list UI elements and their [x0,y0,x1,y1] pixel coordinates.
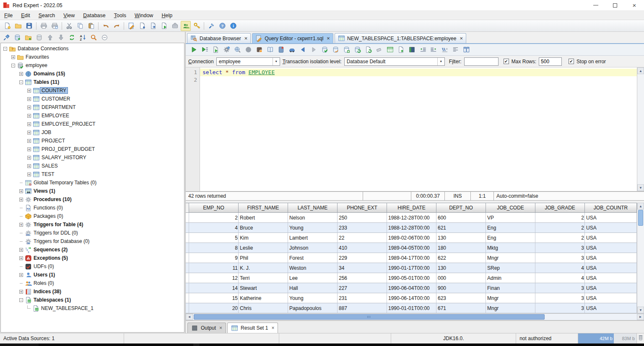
cell-first-name[interactable]: Leslie [239,243,288,253]
column-header-dept-no[interactable]: DEPT_NO [436,203,486,213]
scrollbar-thumb[interactable] [638,210,643,226]
cell-job-countr[interactable]: USA [585,223,637,233]
tree-expander-icon[interactable]: - [19,80,23,84]
sql-editor[interactable]: 12 select * from EMPLOYEE ▲ ▼ [186,67,644,191]
copy-button[interactable] [75,21,85,31]
column-header-job-code[interactable]: JOB_CODE [486,203,535,213]
column-header-hire-date[interactable]: HIRE_DATE [387,203,436,213]
cell-job-grade[interactable]: 4 [535,273,585,283]
cell-last-name[interactable]: Young [288,293,338,303]
stop-on-error-checkbox[interactable]: ✔ [569,59,574,64]
tree-expander-icon[interactable]: + [19,290,23,294]
tree-item-tablespaces-1[interactable]: -Tablespaces (1) [1,296,184,304]
cell-emp-no[interactable]: 14 [189,283,239,293]
query-analyzer-button[interactable] [232,45,242,55]
close-icon[interactable]: × [460,36,463,41]
cell-hire-date[interactable]: 1990-01-17T00:00 [387,263,436,273]
tree-item-job[interactable]: +JOB [1,128,184,137]
cell-dept-no[interactable]: 671 [436,303,486,313]
sql-code-area[interactable]: select * from EMPLOYEE [200,67,637,191]
cell-phone-ext[interactable]: 227 [338,283,387,293]
new-connection-button[interactable] [12,32,22,42]
tree-item-triggers-for-ddl-0[interactable]: DDLTriggers for DDL (0) [1,229,184,237]
cell-dept-no[interactable]: 130 [436,263,486,273]
cell-job-grade[interactable]: 2 [535,223,585,233]
export-results-button[interactable] [396,45,406,55]
close-icon[interactable]: × [219,325,222,331]
open-file-button[interactable] [13,21,23,31]
column-header-job-countr[interactable]: JOB_COUNTR [585,203,637,213]
maximize-button[interactable] [605,0,625,10]
edit-sql-button[interactable] [126,21,136,31]
cell-first-name[interactable]: Terri [239,273,288,283]
format-sql-button[interactable] [450,45,460,55]
close-icon[interactable]: × [244,36,248,41]
tree-expander-icon[interactable]: + [27,106,31,109]
scroll-right-icon[interactable]: ► [637,314,644,320]
execute-script-button[interactable] [159,21,169,31]
cell-last-name[interactable]: Papadopoulos [288,303,338,313]
cell-job-grade[interactable]: 4 [535,263,585,273]
move-down-button[interactable] [56,32,66,42]
tree-item-new-tablespace-1[interactable]: NEW_TABLESPACE_1 [1,304,184,312]
toggle-results-pane-button[interactable] [407,45,417,55]
tab-output[interactable]: Output× [187,323,226,333]
column-header-last-name[interactable]: LAST_NAME [288,203,338,213]
execute-in-profiler-button[interactable] [210,45,221,55]
tree-expander-icon[interactable]: + [19,72,23,76]
tree-item-sales[interactable]: +SALES [1,162,184,170]
bookmarks-button[interactable] [276,45,286,55]
cell-dept-no[interactable]: 130 [436,233,486,243]
packages-toolbox-button[interactable] [170,21,180,31]
redo-button[interactable] [112,21,122,31]
clear-editor-button[interactable] [374,45,384,55]
tree-item-proj-dept-budget[interactable]: +PROJ_DEPT_BUDGET [1,145,184,153]
menu-file[interactable]: File [0,12,17,19]
tree-expander-icon[interactable]: + [11,55,15,59]
tree-expander-icon[interactable]: - [19,298,23,302]
tree-item-packages-0[interactable]: Packages (0) [1,212,184,220]
cell-hire-date[interactable]: 1989-04-17T00:00 [387,253,436,263]
menu-search[interactable]: Search [34,12,60,19]
cell-hire-date[interactable]: 1990-01-01T00:00 [387,303,436,313]
tree-item-database-connections[interactable]: -Database Connections [1,44,184,53]
filter-input[interactable] [464,57,499,66]
tree-item-employee[interactable]: -employee [1,61,184,70]
editor-vertical-scrollbar[interactable]: ▲ ▼ [637,67,644,191]
table-horizontal-scrollbar[interactable]: ◄ ► [186,313,644,320]
cell-job-code[interactable]: Mngr [486,303,535,313]
query-options-button[interactable] [221,45,231,55]
cell-job-code[interactable]: VP [486,213,535,223]
print-button[interactable] [39,21,49,31]
tree-expander-icon[interactable]: + [27,97,31,101]
cell-emp-no[interactable]: 12 [189,273,239,283]
tree-expander-icon[interactable]: + [19,189,23,193]
cell-first-name[interactable]: Phil [239,253,288,263]
menu-tools[interactable]: Tools [110,12,130,19]
split-columns-button[interactable] [461,45,471,55]
menu-help[interactable]: Help [157,12,177,19]
tree-item-favourites[interactable]: +Favourites [1,53,184,61]
cell-job-code[interactable]: Mngr [486,253,535,263]
tree-item-udfs-0[interactable]: UDFs (0) [1,262,184,271]
cell-dept-no[interactable]: 000 [436,273,486,283]
cell-last-name[interactable]: Weston [288,263,338,273]
tree-expander-icon[interactable]: - [3,47,7,51]
refresh-results-button[interactable] [363,45,373,55]
cell-job-countr[interactable]: USA [585,303,637,313]
cell-first-name[interactable]: Kim [239,233,288,243]
cell-job-grade[interactable]: 3 [535,253,585,263]
tree-item-indices-38[interactable]: +Indices (38) [1,287,184,296]
cell-job-countr[interactable]: USA [585,283,637,293]
about-button[interactable]: i [228,21,238,31]
cell-job-countr[interactable]: USA [585,253,637,263]
cell-phone-ext[interactable]: 229 [338,253,387,263]
stop-execution-button[interactable] [243,45,253,55]
column-header-phone-ext[interactable]: PHONE_EXT [338,203,387,213]
tree-item-roles-0[interactable]: Roles (0) [1,279,184,287]
new-database-button[interactable] [137,21,147,31]
cell-dept-no[interactable]: 180 [436,243,486,253]
paste-button[interactable] [86,21,96,31]
scroll-left-icon[interactable]: ◄ [186,314,193,320]
cell-job-grade[interactable]: 3 [535,283,585,293]
